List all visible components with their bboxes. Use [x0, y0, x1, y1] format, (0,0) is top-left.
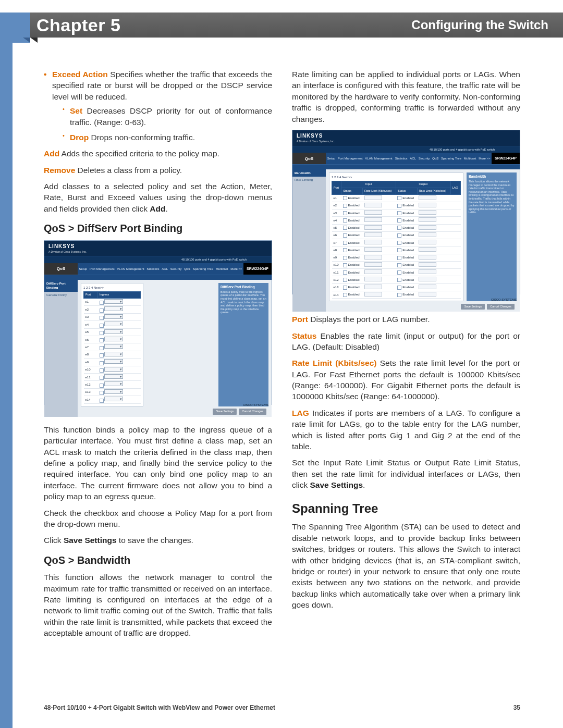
checkbox[interactable] — [100, 361, 104, 365]
rate-input[interactable] — [419, 240, 436, 244]
checkbox[interactable] — [100, 368, 104, 373]
rate-input[interactable] — [364, 217, 382, 222]
rate-input[interactable] — [364, 232, 382, 237]
tab[interactable]: QoS — [184, 267, 190, 271]
rate-input[interactable] — [364, 195, 382, 200]
checkbox[interactable] — [397, 263, 401, 267]
rate-input[interactable] — [419, 262, 436, 267]
checkbox[interactable] — [100, 384, 104, 388]
policy-dropdown[interactable] — [104, 367, 123, 372]
rate-input[interactable] — [419, 217, 436, 222]
checkbox[interactable] — [343, 263, 347, 267]
save-button[interactable]: Save Settings — [213, 409, 237, 415]
tab[interactable]: Port Management — [90, 267, 115, 271]
cancel-button[interactable]: Cancel Changes — [487, 304, 515, 310]
policy-dropdown[interactable] — [104, 352, 123, 356]
checkbox[interactable] — [343, 226, 347, 230]
rate-input[interactable] — [419, 210, 436, 215]
policy-dropdown[interactable] — [104, 397, 123, 401]
checkbox[interactable] — [100, 338, 104, 342]
rate-input[interactable] — [419, 203, 436, 207]
tab[interactable]: Setup — [327, 156, 335, 161]
rate-input[interactable] — [419, 285, 436, 289]
cancel-button[interactable]: Cancel Changes — [239, 409, 266, 415]
policy-dropdown[interactable] — [104, 299, 123, 304]
tab[interactable]: VLAN Management — [117, 267, 144, 271]
checkbox[interactable] — [397, 218, 401, 223]
rate-input[interactable] — [364, 292, 382, 297]
checkbox[interactable] — [343, 270, 347, 275]
rate-input[interactable] — [419, 247, 436, 252]
tab[interactable]: Multicast — [464, 156, 476, 161]
tab[interactable]: ACL — [162, 267, 168, 271]
policy-dropdown[interactable] — [104, 381, 123, 386]
checkbox[interactable] — [343, 286, 347, 290]
tab[interactable]: More >> — [479, 156, 490, 161]
rate-input[interactable] — [419, 292, 436, 297]
tab[interactable]: Spanning Tree — [193, 267, 213, 271]
checkbox[interactable] — [397, 270, 401, 275]
rate-input[interactable] — [364, 247, 382, 252]
pager[interactable]: 1 2 3 4 Next>> — [83, 286, 141, 290]
tab[interactable]: QoS — [432, 156, 438, 161]
checkbox[interactable] — [397, 211, 401, 215]
rate-input[interactable] — [364, 255, 382, 260]
checkbox[interactable] — [397, 248, 401, 252]
checkbox[interactable] — [397, 226, 401, 230]
checkbox[interactable] — [343, 248, 347, 252]
rate-input[interactable] — [364, 285, 382, 289]
checkbox[interactable] — [343, 196, 347, 200]
policy-dropdown[interactable] — [104, 337, 123, 341]
rate-input[interactable] — [419, 232, 436, 237]
tab[interactable]: Multicast — [216, 267, 228, 271]
checkbox[interactable] — [397, 196, 401, 200]
checkbox[interactable] — [100, 353, 104, 357]
rate-input[interactable] — [364, 203, 382, 207]
tab[interactable]: Security — [170, 267, 182, 271]
checkbox[interactable] — [343, 211, 347, 215]
rate-input[interactable] — [364, 277, 382, 281]
checkbox[interactable] — [100, 399, 104, 403]
checkbox[interactable] — [100, 331, 104, 335]
policy-dropdown[interactable] — [104, 314, 123, 319]
checkbox[interactable] — [397, 293, 401, 297]
checkbox[interactable] — [397, 233, 401, 238]
policy-dropdown[interactable] — [104, 322, 123, 326]
rate-input[interactable] — [419, 195, 436, 200]
policy-dropdown[interactable] — [104, 329, 123, 334]
checkbox[interactable] — [397, 241, 401, 245]
checkbox[interactable] — [100, 301, 104, 305]
rate-input[interactable] — [364, 269, 382, 274]
rate-input[interactable] — [419, 269, 436, 274]
checkbox[interactable] — [100, 376, 104, 380]
tab[interactable]: Security — [419, 156, 430, 161]
rate-input[interactable] — [419, 255, 436, 260]
tab[interactable]: Port Management — [338, 156, 363, 161]
rate-input[interactable] — [364, 225, 382, 230]
checkbox[interactable] — [343, 241, 347, 245]
tab[interactable]: Statistics — [147, 267, 160, 271]
checkbox[interactable] — [343, 204, 347, 208]
checkbox[interactable] — [100, 324, 104, 328]
pager[interactable]: 1 2 3 4 Next>> — [332, 175, 461, 179]
checkbox[interactable] — [397, 278, 401, 282]
tab[interactable]: VLAN Management — [365, 156, 392, 161]
policy-dropdown[interactable] — [104, 359, 123, 364]
checkbox[interactable] — [397, 286, 401, 290]
rate-input[interactable] — [364, 262, 382, 267]
tab[interactable]: ACL — [410, 156, 416, 161]
policy-dropdown[interactable] — [104, 389, 123, 394]
checkbox[interactable] — [343, 233, 347, 238]
checkbox[interactable] — [100, 346, 104, 350]
checkbox[interactable] — [397, 256, 401, 260]
checkbox[interactable] — [343, 256, 347, 260]
save-button[interactable]: Save Settings — [461, 304, 485, 310]
checkbox[interactable] — [343, 293, 347, 297]
checkbox[interactable] — [397, 204, 401, 208]
policy-dropdown[interactable] — [104, 344, 123, 349]
checkbox[interactable] — [100, 391, 104, 395]
tab[interactable]: Statistics — [395, 156, 408, 161]
checkbox[interactable] — [343, 218, 347, 223]
rate-input[interactable] — [419, 225, 436, 230]
tab[interactable]: Spanning Tree — [441, 156, 461, 161]
